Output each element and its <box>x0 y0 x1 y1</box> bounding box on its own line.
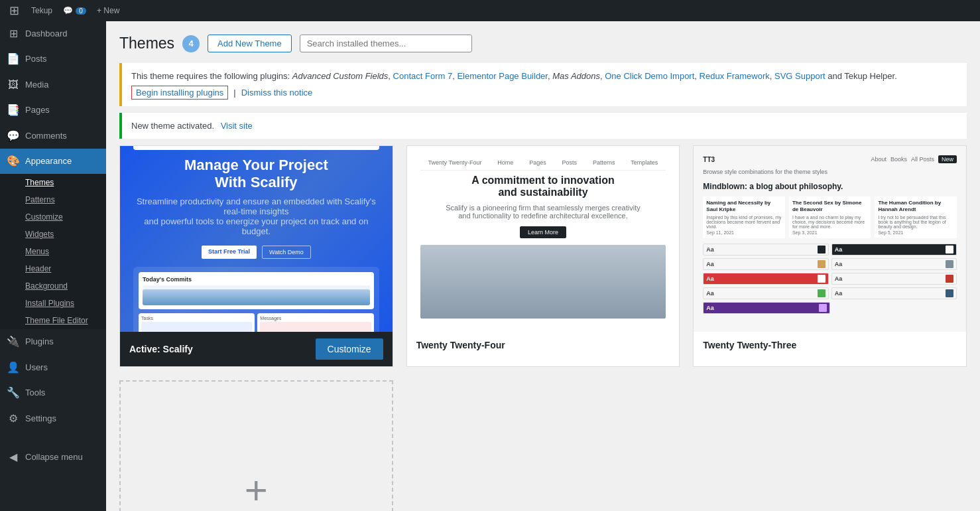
scalify-nav: ⬡ Scalify Home About Pages Blog Contact … <box>133 146 379 150</box>
plugins-icon: 🔌 <box>7 334 20 349</box>
themes-grid: ⬡ Scalify Home About Pages Blog Contact … <box>119 145 967 511</box>
theme-count-badge: 4 <box>182 35 200 52</box>
ttf-sub: Scalify is a pioneering firm that seamle… <box>446 204 640 220</box>
ttf-mockup: Twenty Twenty-Four Home Pages Posts Patt… <box>407 146 680 332</box>
plugin-notice-text: This theme requires the following plugin… <box>131 70 897 83</box>
svg-support-link[interactable]: SVG Support <box>774 71 826 81</box>
comments-icon-link[interactable]: 💬 0 <box>58 0 92 21</box>
appearance-submenu: Themes Patterns Customize Widgets Menus … <box>0 174 106 329</box>
tools-icon: 🔧 <box>7 386 20 400</box>
sidebar-item-dashboard[interactable]: ⊞ Dashboard <box>0 21 106 46</box>
new-label: + New <box>97 6 119 15</box>
theme-card-ttf[interactable]: Twenty Twenty-Four Home Pages Posts Patt… <box>406 145 680 367</box>
ttt-mockup: TT3 About Books All Posts New <box>694 146 966 332</box>
collapse-menu-button[interactable]: ◀ Collapse menu <box>0 445 106 470</box>
users-icon: 👤 <box>7 360 20 375</box>
ttf-learn-more[interactable]: Learn More <box>520 226 566 238</box>
sidebar-item-tools[interactable]: 🔧 Tools <box>0 380 106 405</box>
sidebar-item-posts[interactable]: 📄 Posts <box>0 46 106 72</box>
submenu-item-patterns[interactable]: Patterns <box>0 191 106 208</box>
media-icon: 🖼 <box>7 78 20 92</box>
comments-icon: 💬 <box>7 129 20 143</box>
settings-icon: ⚙ <box>7 411 20 426</box>
collapse-icon: ◀ <box>7 450 20 465</box>
notice-links: Begin installing plugins | Dismiss this … <box>131 86 312 100</box>
sidebar-item-users[interactable]: 👤 Users <box>0 355 106 380</box>
sidebar-item-settings[interactable]: ⚙ Settings <box>0 406 106 431</box>
ttt-name: Twenty Twenty-Three <box>703 340 796 350</box>
page-title: Themes <box>119 35 174 52</box>
sidebar-item-media[interactable]: 🖼 Media <box>0 72 106 98</box>
submenu-item-customize[interactable]: Customize <box>0 208 106 226</box>
submenu-item-themes[interactable]: Themes <box>0 174 106 191</box>
plugin-notice: This theme requires the following plugin… <box>119 63 967 106</box>
search-input[interactable] <box>300 35 472 52</box>
ttf-image <box>420 245 666 319</box>
ttt-headline: Mindblown: a blog about philosophy. <box>703 182 957 191</box>
theme-card-ttt[interactable]: TT3 About Books All Posts New <box>693 145 967 367</box>
posts-icon: 📄 <box>7 52 20 66</box>
elementor-link[interactable]: Elementor Page Builder <box>457 71 548 81</box>
ttt-footer: Twenty Twenty-Three <box>694 332 966 358</box>
scalify-screenshot: ⬡ Scalify Home About Pages Blog Contact … <box>120 146 393 332</box>
submenu-item-theme-file-editor[interactable]: Theme File Editor <box>0 312 106 329</box>
appearance-icon: 🎨 <box>7 154 20 169</box>
submenu-item-header[interactable]: Header <box>0 260 106 277</box>
page-header: Themes 4 Add New Theme <box>119 35 967 52</box>
ttf-headline: A commitment to innovationand sustainabi… <box>471 175 614 198</box>
wp-logo[interactable]: ⊞ <box>5 3 23 18</box>
customize-button[interactable]: Customize <box>316 338 383 360</box>
submenu-item-background[interactable]: Background <box>0 277 106 295</box>
contact-form-7-link[interactable]: Contact Form 7 <box>393 71 453 81</box>
begin-installing-link[interactable]: Begin installing plugins <box>131 86 228 100</box>
activated-notice: New theme activated. Visit site <box>119 113 967 139</box>
submenu-item-install-plugins[interactable]: Install Plugins <box>0 295 106 312</box>
ttt-header: TT3 About Books All Posts New <box>703 155 957 163</box>
ttt-swatches: Aa Aa Aa <box>703 244 957 299</box>
scalify-mockup: ⬡ Scalify Home About Pages Blog Contact … <box>120 146 393 332</box>
ttf-footer: Twenty Twenty-Four <box>407 332 680 358</box>
submenu-item-menus[interactable]: Menus <box>0 243 106 260</box>
ttt-books: Naming and Necessity by Saul Kripke Insp… <box>703 196 957 238</box>
comments-count: 0 <box>76 7 86 15</box>
main-content: Themes 4 Add New Theme This theme requir… <box>106 21 980 511</box>
scalify-sub: Streamline productivity and ensure an em… <box>133 196 379 236</box>
active-theme-label: Active: Scalify <box>129 344 193 354</box>
activated-notice-text: New theme activated. Visit site <box>131 119 253 133</box>
dashboard-icon: ⊞ <box>7 27 20 41</box>
add-theme-icon: + <box>245 467 268 512</box>
ttf-name: Twenty Twenty-Four <box>416 340 505 350</box>
ttf-screenshot: Twenty Twenty-Four Home Pages Posts Patt… <box>407 146 680 332</box>
sidebar-item-plugins[interactable]: 🔌 Plugins <box>0 329 106 354</box>
add-new-theme-button[interactable]: Add New Theme <box>208 35 292 52</box>
sidebar-item-pages[interactable]: 📑 Pages <box>0 98 106 123</box>
comment-bubble-icon: 💬 <box>63 6 73 15</box>
layout: ⊞ Dashboard 📄 Posts 🖼 Media 📑 Pages 💬 Co… <box>0 21 980 511</box>
scalify-active-bar: Active: Scalify Customize <box>120 332 393 366</box>
sidebar-item-appearance[interactable]: 🎨 Appearance <box>0 149 106 174</box>
one-click-link[interactable]: One Click Demo Import <box>605 71 694 81</box>
add-new-theme-placeholder[interactable]: + <box>119 380 393 511</box>
ttt-screenshot: TT3 About Books All Posts New <box>694 146 966 332</box>
site-name[interactable]: Tekup <box>26 0 58 21</box>
sidebar-item-comments[interactable]: 💬 Comments <box>0 123 106 149</box>
scalify-title: Manage Your ProjectWith Scalify <box>184 157 328 191</box>
sidebar: ⊞ Dashboard 📄 Posts 🖼 Media 📑 Pages 💬 Co… <box>0 21 106 511</box>
visit-site-link[interactable]: Visit site <box>221 121 253 131</box>
theme-card-scalify: ⬡ Scalify Home About Pages Blog Contact … <box>119 145 393 367</box>
redux-link[interactable]: Redux Framework <box>700 71 770 81</box>
submenu-item-widgets[interactable]: Widgets <box>0 226 106 243</box>
new-item-link[interactable]: + New <box>92 0 125 21</box>
pages-icon: 📑 <box>7 103 20 117</box>
top-bar: ⊞ Tekup 💬 0 + New <box>0 0 980 21</box>
dismiss-notice-link[interactable]: Dismiss this notice <box>241 88 313 98</box>
